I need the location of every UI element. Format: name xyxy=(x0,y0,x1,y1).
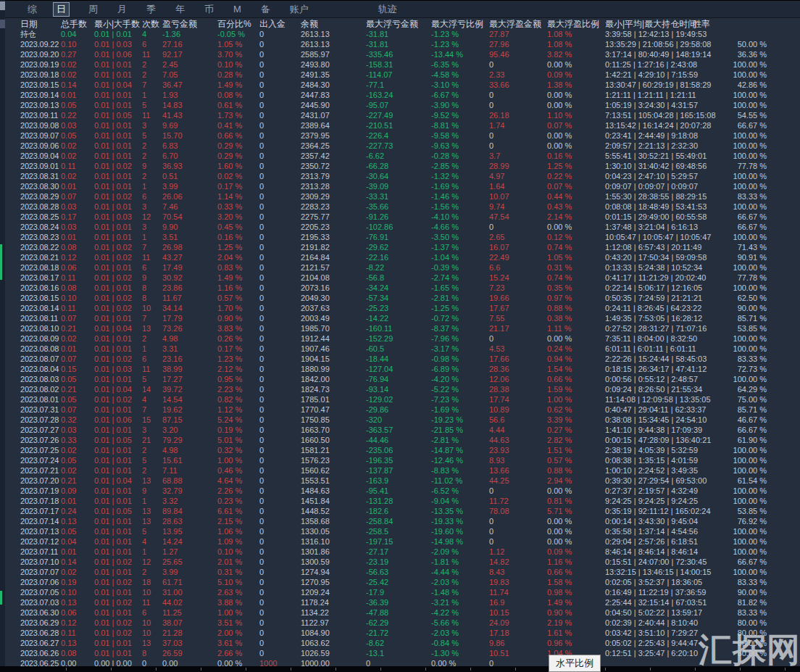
column-header[interactable]: 百分比% xyxy=(217,19,259,29)
column-header[interactable]: 最大浮亏金额 xyxy=(366,19,431,29)
column-header[interactable]: 胜率 xyxy=(693,19,761,29)
table-row[interactable]: 2023.06.270.130.01 | 0.011337.033.61 %01… xyxy=(5,638,800,648)
table-cell: 1:42:21 | 4:29:10 | 7:15:59 xyxy=(605,70,732,80)
table-row[interactable]: 2023.08.250.170.01 | 0.031270.543.20 %02… xyxy=(5,212,800,222)
column-header[interactable]: 最小|大手数 xyxy=(94,19,142,29)
table-row[interactable]: 2023.08.180.060.01 | 0.01617.490.83 %021… xyxy=(5,262,800,273)
table-row[interactable]: 2023.07.280.320.01 | 0.061587.155.24 %01… xyxy=(5,415,800,425)
column-header[interactable]: 盈亏金额 xyxy=(162,19,217,29)
table-cell: 0.15 xyxy=(61,364,94,374)
table-row[interactable]: 2023.07.140.130.01 | 0.011328.632.15 %01… xyxy=(5,516,800,526)
table-row[interactable]: 2023.08.040.150.01 | 0.031138.992.12 %01… xyxy=(5,364,800,374)
horizontal-scrollbar[interactable] xyxy=(0,666,800,672)
table-row[interactable]: 2023.09.140.010.01 | 0.0111.930.08 %0244… xyxy=(5,90,800,100)
menu-item-币[interactable]: 币 xyxy=(204,3,214,16)
menu-item-备[interactable]: 备 xyxy=(261,3,270,16)
scroll-up-icon[interactable] xyxy=(0,1,5,10)
table-cell: 2357.42 xyxy=(301,151,366,161)
table-row[interactable]: 2023.07.200.210.01 | 0.041368.884.64 %01… xyxy=(5,476,800,486)
table-row[interactable]: 2023.08.030.050.01 | 0.01517.270.95 %018… xyxy=(5,374,800,384)
table-row[interactable]: 2023.08.100.210.01 | 0.041373.263.83 %01… xyxy=(5,323,800,333)
table-row[interactable]: 2023.07.250.020.01 | 0.0124.980.32 %0158… xyxy=(5,445,800,455)
menu-item-日[interactable]: 日 xyxy=(54,3,69,16)
table-row[interactable]: 2023.08.110.070.01 | 0.01717.790.90 %020… xyxy=(5,313,800,323)
table-row[interactable]: 2023.08.210.120.01 | 0.021143.272.04 %02… xyxy=(5,252,800,262)
table-row[interactable]: 2023.07.310.070.01 | 0.01719.621.12 %017… xyxy=(5,405,800,415)
column-header[interactable]: 最大浮盈金额 xyxy=(489,19,547,29)
table-row[interactable]: 2023.09.150.140.01 | 0.04736.471.49 %024… xyxy=(5,80,800,90)
column-header[interactable]: 最大浮亏比例 xyxy=(431,19,489,29)
table-row[interactable]: 2023.09.220.100.01 | 0.03627.161.05 %026… xyxy=(5,39,800,49)
scroll-thumb[interactable] xyxy=(0,20,5,28)
table-row[interactable]: 2023.08.280.030.01 | 0.0137.460.33 %0228… xyxy=(5,202,800,212)
table-row[interactable]: 2023.07.270.030.01 | 0.0133.200.19 %0166… xyxy=(5,425,800,435)
table-row[interactable]: 2023.08.070.070.01 | 0.02623.161.23 %019… xyxy=(5,354,800,364)
menu-item-年[interactable]: 年 xyxy=(175,3,185,16)
table-row[interactable]: 2023.07.210.020.01 | 0.0127.110.46 %0156… xyxy=(5,465,800,476)
column-header[interactable]: 余额 xyxy=(301,19,366,29)
menu-item-综[interactable]: 综 xyxy=(28,3,37,16)
table-cell: 1560.62 xyxy=(301,465,366,476)
table-row[interactable]: 2023.09.040.020.01 | 0.0126.700.29 %0235… xyxy=(5,151,800,161)
table-row[interactable]: 2023.06.280.110.01 | 0.021021.282.00 %01… xyxy=(5,628,800,638)
table-row[interactable]: 2023.09.180.020.01 | 0.0127.050.28 %0249… xyxy=(5,70,800,80)
table-row[interactable]: 2023.07.170.240.01 | 0.051389.846.61 %01… xyxy=(5,506,800,516)
table-row[interactable]: 2023.07.100.140.01 | 0.021225.652.01 %01… xyxy=(5,557,800,567)
table-row[interactable]: 2023.07.050.100.01 | 0.011031.002.63 %01… xyxy=(5,587,800,597)
table-row[interactable]: 2023.08.150.100.01 | 0.02811.670.57 %020… xyxy=(5,293,800,303)
table-row[interactable]: 2023.06.300.060.01 | 0.01611.251.00 %011… xyxy=(5,607,800,618)
table-row[interactable]: 2023.09.060.020.01 | 0.0126.830.29 %0236… xyxy=(5,141,800,151)
table-row[interactable]: 2023.06.290.120.01 | 0.021038.073.51 %01… xyxy=(5,618,800,628)
table-row[interactable]: 2023.08.170.110.01 | 0.02930.921.49 %021… xyxy=(5,273,800,283)
table-row[interactable]: 2023.08.290.070.01 | 0.02626.061.14 %023… xyxy=(5,191,800,202)
table-row[interactable]: 2023.08.140.110.01 | 0.021034.141.70 %02… xyxy=(5,303,800,313)
table-row[interactable]: 2023.07.260.330.01 | 0.052179.295.01 %01… xyxy=(5,435,800,445)
column-header[interactable]: 最大浮盈比例 xyxy=(547,19,605,29)
table-row[interactable]: 2023.08.310.020.01 | 0.0120.510.02 %0231… xyxy=(5,171,800,181)
table-row[interactable]: 2023.07.120.040.01 | 0.01414.241.09 %013… xyxy=(5,536,800,547)
table-row[interactable]: 2023.06.260.080.01 | 0.01826.592.66 %010… xyxy=(5,648,800,658)
table-cell: 0 xyxy=(259,638,301,648)
column-header[interactable]: 次数 xyxy=(142,19,162,29)
table-row[interactable]: 2023.08.240.030.01 | 0.0139.900.45 %0220… xyxy=(5,222,800,232)
column-header[interactable]: 总手数 xyxy=(61,19,94,29)
table-row[interactable]: 2023.06.250.000.00 | 0.0000.000.00 %1000… xyxy=(5,658,800,666)
table-row[interactable]: 2023.07.030.130.01 | 0.021144.023.88 %01… xyxy=(5,597,800,607)
table-row[interactable]: 2023.09.200.270.01 | 0.061192.173.70 %02… xyxy=(5,49,800,59)
menu-item-月[interactable]: 月 xyxy=(117,3,127,16)
table-row[interactable]: 2023.07.060.190.01 | 0.021861.715.10 %01… xyxy=(5,577,800,587)
table-row[interactable]: 2023.08.020.210.01 | 0.041439.722.23 %01… xyxy=(5,384,800,394)
menu-item-季[interactable]: 季 xyxy=(146,3,156,16)
table-cell: 6 xyxy=(142,262,162,273)
table-row[interactable]: 2023.09.110.220.01 | 0.051141.431.73 %02… xyxy=(5,110,800,120)
table-row[interactable]: 2023.09.070.050.01 | 0.01515.700.66 %023… xyxy=(5,130,800,141)
table-row[interactable]: 2023.07.110.010.01 | 0.0111.270.10 %0130… xyxy=(5,547,800,557)
table-row[interactable]: 2023.07.190.090.01 | 0.01932.792.26 %014… xyxy=(5,486,800,496)
menu-item-trail[interactable]: 轨迹 xyxy=(378,3,397,16)
table-row[interactable]: 2023.09.130.050.01 | 0.01514.830.61 %024… xyxy=(5,100,800,110)
table-row[interactable]: 2023.09.190.020.01 | 0.0122.450.10 %0249… xyxy=(5,59,800,70)
table-row[interactable]: 2023.08.230.010.01 | 0.0113.510.16 %0219… xyxy=(5,232,800,242)
table-row[interactable]: 2023.08.300.010.01 | 0.0113.990.17 %0231… xyxy=(5,181,800,191)
table-row[interactable]: 2023.07.130.050.01 | 0.01513.951.06 %013… xyxy=(5,526,800,536)
table-row[interactable]: 持仓0.040.01 | 0.014-1.36-0.05 %02613.13-3… xyxy=(5,29,800,39)
table-cell: -137.87 xyxy=(366,465,431,476)
table-cell: 26.59 xyxy=(162,648,217,658)
table-row[interactable]: 2023.09.010.110.01 | 0.02936.931.60 %023… xyxy=(5,161,800,171)
table-row[interactable]: 2023.07.180.010.01 | 0.0113.320.23 %0145… xyxy=(5,496,800,506)
table-row[interactable]: 2023.08.080.010.01 | 0.0113.310.17 %0190… xyxy=(5,344,800,354)
table-cell: -13.44 % xyxy=(431,49,489,59)
menu-item-周[interactable]: 周 xyxy=(88,3,98,16)
table-row[interactable]: 2023.09.080.030.01 | 0.0139.690.41 %0238… xyxy=(5,120,800,130)
table-row[interactable]: 2023.08.090.020.01 | 0.0124.980.26 %0191… xyxy=(5,333,800,344)
table-row[interactable]: 2023.07.070.020.01 | 0.0123.990.31 %0127… xyxy=(5,567,800,577)
menu-item-M[interactable]: M xyxy=(233,4,241,14)
table-row[interactable]: 2023.08.160.080.01 | 0.01823.861.16 %020… xyxy=(5,283,800,293)
menu-item-账户[interactable]: 账户 xyxy=(290,3,309,16)
vertical-scrollbar[interactable] xyxy=(0,0,5,666)
column-header[interactable]: 出入金 xyxy=(259,19,301,29)
column-header[interactable]: 日期 xyxy=(5,19,61,29)
table-row[interactable]: 2023.08.010.050.01 | 0.02414.540.82 %017… xyxy=(5,394,800,405)
table-row[interactable]: 2023.07.240.050.01 | 0.01515.611.00 %015… xyxy=(5,455,800,465)
table-row[interactable]: 2023.08.220.080.01 | 0.02726.981.25 %021… xyxy=(5,242,800,252)
